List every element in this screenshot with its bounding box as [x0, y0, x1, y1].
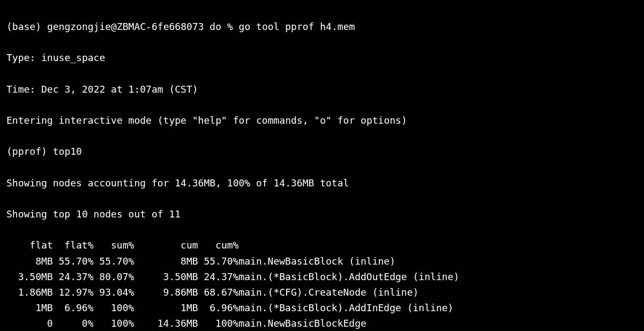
cell-flat: 8MB [6, 253, 53, 269]
cell-cum: 1MB [134, 300, 198, 315]
cell-sump: 100% [94, 315, 134, 331]
shell-prompt-line: (base) gengzongjie@ZBMAC-6fe668073 do % … [6, 19, 638, 34]
pprof-command: top10 [53, 146, 82, 157]
table-row: 8MB55.70%55.70%8MB55.70%main.NewBasicBlo… [6, 253, 459, 269]
cell-func: main.(*CFG).CreateNode (inline) [238, 284, 459, 300]
cell-cump: 24.37% [198, 269, 239, 284]
cell-cum: 3.50MB [134, 269, 198, 284]
pprof-table: flat flat% sum% cum cum% 8MB55.70%55.70%… [6, 237, 459, 331]
prompt-symbol: % [227, 21, 233, 32]
col-cump: cum% [198, 237, 239, 253]
pprof-prompt: (pprof) [6, 146, 47, 157]
cell-cump: 55.70% [198, 253, 239, 269]
shell-command: go tool pprof h4.mem [239, 21, 355, 32]
cell-flatp: 0% [53, 315, 94, 331]
pprof-showing-nodes: Showing nodes accounting for 14.36MB, 10… [6, 175, 638, 191]
cell-flat: 0 [6, 315, 53, 331]
cell-flat: 1MB [6, 300, 53, 315]
cell-sump: 93.04% [94, 284, 134, 300]
pprof-showing-top: Showing top 10 nodes out of 11 [6, 206, 638, 222]
col-cum: cum [134, 237, 198, 253]
table-row: 1.86MB12.97%93.04%9.86MB68.67%main.(*CFG… [6, 284, 459, 300]
cell-func: main.(*BasicBlock).AddOutEdge (inline) [238, 269, 459, 284]
cell-flat: 1.86MB [6, 284, 53, 300]
col-sump: sum% [94, 237, 134, 253]
pprof-time-label: Time: [6, 84, 35, 95]
pprof-type-value: inuse_space [41, 52, 105, 63]
cell-cum: 9.86MB [134, 284, 198, 300]
cell-sump: 100% [94, 300, 134, 315]
col-flatp: flat% [53, 237, 94, 253]
prompt-user: gengzongjie [47, 21, 111, 32]
cell-func: main.(*BasicBlock).AddInEdge (inline) [238, 300, 459, 315]
terminal[interactable]: (base) gengzongjie@ZBMAC-6fe668073 do % … [0, 0, 644, 331]
cell-func: main.NewBasicBlockEdge [238, 315, 459, 331]
cell-cum: 14.36MB [134, 315, 198, 331]
cell-flatp: 12.97% [53, 284, 94, 300]
pprof-type-line: Type: inuse_space [6, 50, 638, 65]
cell-flat: 3.50MB [6, 269, 53, 284]
cell-sump: 55.70% [94, 253, 134, 269]
cell-cump: 100% [198, 315, 239, 331]
cell-sump: 80.07% [94, 269, 134, 284]
table-row: 1MB6.96%100%1MB6.96%main.(*BasicBlock).A… [6, 300, 459, 315]
cell-cump: 68.67% [198, 284, 239, 300]
table-header-row: flat flat% sum% cum cum% [6, 237, 459, 253]
col-func [238, 237, 459, 253]
pprof-enter-msg: Entering interactive mode (type "help" f… [6, 112, 638, 128]
cell-flatp: 6.96% [53, 300, 94, 315]
prompt-cwd: do [209, 21, 221, 32]
cell-func: main.NewBasicBlock (inline) [238, 253, 459, 269]
prompt-env: (base) [6, 21, 41, 32]
col-flat: flat [6, 237, 53, 253]
pprof-type-label: Type: [6, 52, 35, 63]
table-row: 3.50MB24.37%80.07%3.50MB24.37%main.(*Bas… [6, 269, 459, 284]
cell-cump: 6.96% [198, 300, 239, 315]
cell-flatp: 24.37% [53, 269, 94, 284]
prompt-host: ZBMAC-6fe668073 [117, 21, 204, 32]
cell-flatp: 55.70% [53, 253, 94, 269]
pprof-time-value: Dec 3, 2022 at 1:07am (CST) [41, 84, 198, 95]
table-row: 00%100%14.36MB100%main.NewBasicBlockEdge [6, 315, 459, 331]
pprof-prompt-line: (pprof) top10 [6, 144, 638, 159]
pprof-time-line: Time: Dec 3, 2022 at 1:07am (CST) [6, 81, 638, 97]
cell-cum: 8MB [134, 253, 198, 269]
